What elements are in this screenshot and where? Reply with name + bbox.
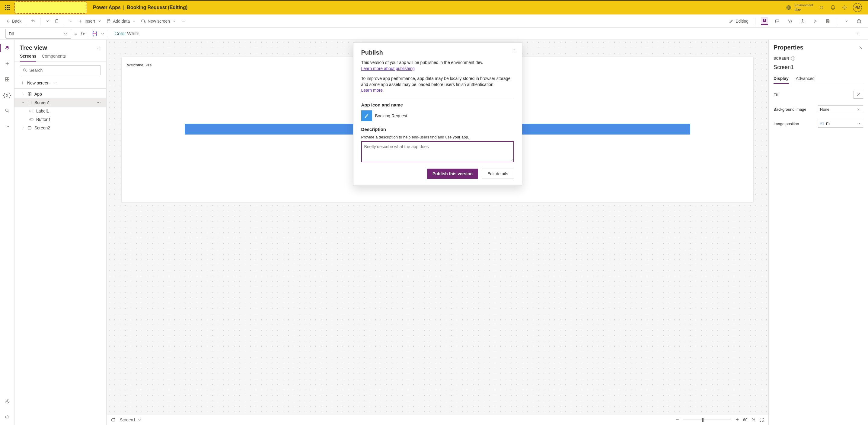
close-icon <box>858 45 863 50</box>
tree-view-panel: Tree view Screens Components New screen … <box>14 40 106 425</box>
chat-button[interactable] <box>774 18 781 25</box>
environment-label: Environment <box>794 3 813 7</box>
tree-item-button1[interactable]: Button1 <box>14 115 106 124</box>
undo-button[interactable] <box>31 14 36 28</box>
rail-tree-view[interactable] <box>4 44 11 52</box>
waffle-icon <box>5 5 10 10</box>
close-icon <box>96 45 101 51</box>
user-avatar[interactable]: PM <box>853 3 862 12</box>
tree-view-title: Tree view <box>20 44 47 51</box>
description-hint: Provide a description to help end-users … <box>361 135 514 139</box>
tab-advanced[interactable]: Advanced <box>796 76 814 84</box>
pencil-icon <box>729 19 734 24</box>
prop-imgpos-label: Image position <box>774 122 799 126</box>
tab-screens[interactable]: Screens <box>20 54 36 62</box>
environment-picker[interactable]: Environment dev <box>786 3 813 12</box>
search-icon <box>23 68 28 73</box>
tree-item-label: Screen1 <box>34 100 50 105</box>
close-properties-button[interactable] <box>858 45 863 50</box>
tree-item-screen2[interactable]: Screen2 <box>14 124 106 132</box>
chevron-down-icon <box>100 31 105 36</box>
screen-section-label: SCREEN <box>774 56 789 61</box>
svg-point-2 <box>844 7 845 8</box>
description-textarea[interactable] <box>361 141 514 162</box>
back-button[interactable]: Back <box>5 14 22 28</box>
bgimage-dropdown[interactable]: None <box>818 105 863 113</box>
canvas-label1[interactable]: Welcome, Pra <box>127 63 152 67</box>
new-screen-button[interactable]: New screen <box>141 14 177 28</box>
undo-dropdown[interactable] <box>45 14 50 28</box>
svg-rect-13 <box>5 77 7 79</box>
notifications-button[interactable] <box>830 4 836 10</box>
insert-button[interactable]: Insert <box>78 14 102 28</box>
svg-rect-30 <box>28 101 31 104</box>
tree-search-input[interactable] <box>20 65 101 75</box>
fill-color-picker[interactable] <box>854 91 863 99</box>
comments-button[interactable] <box>761 17 768 25</box>
tab-display[interactable]: Display <box>774 76 788 84</box>
zoom-out-button[interactable]: − <box>676 417 679 423</box>
rail-more[interactable] <box>4 123 11 130</box>
add-data-button[interactable]: Add data <box>106 14 136 28</box>
selected-element-name: Screen1 <box>774 64 863 71</box>
save-dropdown[interactable] <box>843 18 850 25</box>
property-selector[interactable]: Fill <box>5 29 71 39</box>
rail-search[interactable] <box>4 107 11 114</box>
chevron-down-icon <box>68 19 73 24</box>
imgpos-value: Fit <box>826 122 830 126</box>
tree-item-label1[interactable]: Label1 <box>14 107 106 115</box>
rail-data[interactable] <box>4 76 11 83</box>
rail-variables[interactable]: {x} <box>4 91 11 99</box>
app-name: Power Apps <box>93 5 121 10</box>
copilot-header-button[interactable] <box>818 4 825 10</box>
chevron-down-icon <box>856 31 861 36</box>
new-screen-dropdown[interactable]: New screen <box>14 79 106 89</box>
rail-ask-virtual-agent[interactable] <box>4 413 11 421</box>
formula-input[interactable]: Color.White <box>112 31 850 36</box>
app-launcher-button[interactable] <box>3 3 11 12</box>
fit-to-window-button[interactable] <box>760 418 764 422</box>
editing-mode-button[interactable]: Editing <box>728 18 750 25</box>
close-icon <box>512 48 517 53</box>
tree-item-app[interactable]: App <box>14 90 106 98</box>
zoom-slider[interactable] <box>683 420 731 420</box>
publish-icon-button[interactable] <box>855 18 863 25</box>
description-heading: Description <box>361 127 514 132</box>
zoom-in-button[interactable]: + <box>736 417 739 423</box>
formula-copilot-button[interactable] <box>91 28 105 39</box>
close-modal-button[interactable] <box>512 48 517 53</box>
info-icon[interactable]: i <box>791 56 795 61</box>
tree-item-more-button[interactable]: ⋯ <box>97 100 103 105</box>
learn-more-link[interactable]: Learn more <box>361 88 383 93</box>
svg-rect-14 <box>7 77 9 79</box>
separator <box>26 18 26 25</box>
expand-formula-button[interactable] <box>854 29 863 38</box>
paste-dropdown[interactable] <box>68 14 73 28</box>
more-commands-button[interactable] <box>181 14 186 28</box>
publish-this-version-button[interactable]: Publish this version <box>427 169 478 179</box>
share-button[interactable] <box>799 18 806 25</box>
rail-insert[interactable] <box>4 60 11 67</box>
copilot-icon <box>91 30 98 37</box>
modal-performance-text: To improve app performance, app data may… <box>361 76 514 88</box>
close-tree-view-button[interactable] <box>96 45 101 51</box>
paste-button[interactable] <box>54 14 59 28</box>
environment-value: dev <box>794 7 813 12</box>
screen-selector[interactable]: Screen1 <box>120 415 142 425</box>
tree-item-screen1[interactable]: Screen1 ⋯ <box>14 98 106 107</box>
play-icon <box>813 19 817 24</box>
property-value: Fill <box>9 31 14 36</box>
tab-components[interactable]: Components <box>42 54 65 62</box>
rail-settings[interactable] <box>4 397 11 405</box>
imgpos-dropdown[interactable]: Fit <box>818 120 863 128</box>
save-button[interactable] <box>824 18 832 25</box>
edit-details-button[interactable]: Edit details <box>482 169 514 179</box>
app-checker-button[interactable] <box>786 18 794 25</box>
search-field[interactable] <box>29 68 98 73</box>
button-icon <box>29 117 34 122</box>
preview-button[interactable] <box>812 18 819 25</box>
svg-rect-29 <box>30 94 31 96</box>
settings-header-button[interactable] <box>841 4 847 10</box>
undo-icon <box>31 19 36 24</box>
learn-more-publishing-link[interactable]: Learn more about publishing <box>361 66 415 71</box>
